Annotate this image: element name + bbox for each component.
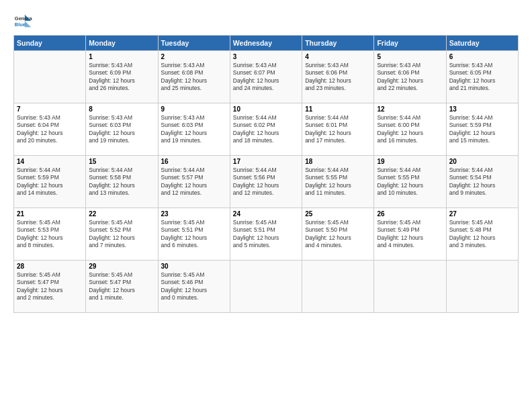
cell-content: Sunrise: 5:43 AM Sunset: 6:07 PM Dayligh… bbox=[233, 62, 299, 93]
cell-5-1: 28Sunrise: 5:45 AM Sunset: 5:47 PM Dayli… bbox=[14, 261, 86, 313]
logo-icon: General Blue bbox=[13, 12, 32, 31]
cell-content: Sunrise: 5:45 AM Sunset: 5:50 PM Dayligh… bbox=[305, 219, 371, 250]
col-header-saturday: Saturday bbox=[446, 36, 518, 51]
day-number: 13 bbox=[449, 105, 515, 113]
week-row-1: 1Sunrise: 5:43 AM Sunset: 6:09 PM Daylig… bbox=[14, 51, 519, 103]
col-header-sunday: Sunday bbox=[14, 36, 86, 51]
cell-content: Sunrise: 5:43 AM Sunset: 6:09 PM Dayligh… bbox=[89, 62, 154, 93]
day-number: 22 bbox=[89, 210, 154, 218]
week-row-3: 14Sunrise: 5:44 AM Sunset: 5:59 PM Dayli… bbox=[14, 156, 519, 208]
col-header-wednesday: Wednesday bbox=[230, 36, 302, 51]
day-number: 21 bbox=[17, 210, 83, 218]
logo: General Blue bbox=[13, 12, 32, 31]
day-number: 27 bbox=[449, 210, 515, 218]
cell-5-3: 30Sunrise: 5:45 AM Sunset: 5:46 PM Dayli… bbox=[158, 261, 230, 313]
day-number: 25 bbox=[305, 210, 371, 218]
page: General Blue SundayMondayTuesdayWednesda… bbox=[0, 0, 532, 411]
cell-content: Sunrise: 5:44 AM Sunset: 5:55 PM Dayligh… bbox=[377, 167, 443, 197]
cell-content: Sunrise: 5:43 AM Sunset: 6:03 PM Dayligh… bbox=[161, 114, 227, 145]
cell-3-1: 14Sunrise: 5:44 AM Sunset: 5:59 PM Dayli… bbox=[14, 156, 86, 208]
cell-content: Sunrise: 5:44 AM Sunset: 5:59 PM Dayligh… bbox=[17, 167, 83, 197]
cell-content: Sunrise: 5:44 AM Sunset: 6:02 PM Dayligh… bbox=[233, 114, 299, 145]
cell-content: Sunrise: 5:45 AM Sunset: 5:52 PM Dayligh… bbox=[89, 219, 154, 250]
day-number: 18 bbox=[305, 158, 371, 165]
cell-4-5: 25Sunrise: 5:45 AM Sunset: 5:50 PM Dayli… bbox=[302, 208, 374, 261]
cell-content: Sunrise: 5:45 AM Sunset: 5:48 PM Dayligh… bbox=[449, 219, 515, 250]
day-number: 29 bbox=[89, 263, 154, 270]
cell-4-4: 24Sunrise: 5:45 AM Sunset: 5:51 PM Dayli… bbox=[230, 208, 302, 261]
cell-content: Sunrise: 5:43 AM Sunset: 6:03 PM Dayligh… bbox=[89, 114, 154, 145]
cell-1-5: 4Sunrise: 5:43 AM Sunset: 6:06 PM Daylig… bbox=[302, 51, 374, 103]
calendar-table: SundayMondayTuesdayWednesdayThursdayFrid… bbox=[13, 35, 519, 313]
day-number: 28 bbox=[17, 263, 83, 270]
cell-content: Sunrise: 5:43 AM Sunset: 6:04 PM Dayligh… bbox=[17, 114, 83, 145]
day-number: 5 bbox=[377, 53, 443, 60]
cell-1-2: 1Sunrise: 5:43 AM Sunset: 6:09 PM Daylig… bbox=[86, 51, 158, 103]
cell-2-6: 12Sunrise: 5:44 AM Sunset: 6:00 PM Dayli… bbox=[374, 103, 446, 156]
svg-text:Blue: Blue bbox=[15, 21, 26, 28]
day-number: 19 bbox=[377, 158, 443, 165]
week-row-2: 7Sunrise: 5:43 AM Sunset: 6:04 PM Daylig… bbox=[14, 103, 519, 156]
cell-4-7: 27Sunrise: 5:45 AM Sunset: 5:48 PM Dayli… bbox=[446, 208, 518, 261]
cell-3-7: 20Sunrise: 5:44 AM Sunset: 5:54 PM Dayli… bbox=[446, 156, 518, 208]
cell-content: Sunrise: 5:45 AM Sunset: 5:51 PM Dayligh… bbox=[161, 219, 227, 250]
week-row-5: 28Sunrise: 5:45 AM Sunset: 5:47 PM Dayli… bbox=[14, 261, 519, 313]
day-number: 12 bbox=[377, 105, 443, 113]
cell-content: Sunrise: 5:44 AM Sunset: 5:55 PM Dayligh… bbox=[305, 167, 371, 197]
svg-text:General: General bbox=[15, 15, 32, 21]
cell-2-5: 11Sunrise: 5:44 AM Sunset: 6:01 PM Dayli… bbox=[302, 103, 374, 156]
cell-5-6 bbox=[374, 261, 446, 313]
cell-1-7: 6Sunrise: 5:43 AM Sunset: 6:05 PM Daylig… bbox=[446, 51, 518, 103]
cell-1-1 bbox=[14, 51, 86, 103]
cell-4-2: 22Sunrise: 5:45 AM Sunset: 5:52 PM Dayli… bbox=[86, 208, 158, 261]
day-number: 14 bbox=[17, 158, 83, 165]
cell-3-2: 15Sunrise: 5:44 AM Sunset: 5:58 PM Dayli… bbox=[86, 156, 158, 208]
cell-content: Sunrise: 5:45 AM Sunset: 5:46 PM Dayligh… bbox=[161, 271, 227, 302]
cell-4-1: 21Sunrise: 5:45 AM Sunset: 5:53 PM Dayli… bbox=[14, 208, 86, 261]
cell-content: Sunrise: 5:45 AM Sunset: 5:49 PM Dayligh… bbox=[377, 219, 443, 250]
cell-1-4: 3Sunrise: 5:43 AM Sunset: 6:07 PM Daylig… bbox=[230, 51, 302, 103]
cell-content: Sunrise: 5:44 AM Sunset: 6:01 PM Dayligh… bbox=[305, 114, 371, 145]
day-number: 11 bbox=[305, 105, 371, 113]
cell-content: Sunrise: 5:44 AM Sunset: 5:57 PM Dayligh… bbox=[161, 167, 227, 197]
cell-3-5: 18Sunrise: 5:44 AM Sunset: 5:55 PM Dayli… bbox=[302, 156, 374, 208]
day-number: 2 bbox=[161, 53, 227, 60]
cell-content: Sunrise: 5:44 AM Sunset: 5:56 PM Dayligh… bbox=[233, 167, 299, 197]
day-number: 26 bbox=[377, 210, 443, 218]
day-number: 23 bbox=[161, 210, 227, 218]
col-header-friday: Friday bbox=[374, 36, 446, 51]
day-number: 15 bbox=[89, 158, 154, 165]
day-number: 24 bbox=[233, 210, 299, 218]
day-number: 30 bbox=[161, 263, 227, 270]
cell-content: Sunrise: 5:45 AM Sunset: 5:47 PM Dayligh… bbox=[17, 271, 83, 302]
cell-content: Sunrise: 5:44 AM Sunset: 5:58 PM Dayligh… bbox=[89, 167, 154, 197]
day-number: 17 bbox=[233, 158, 299, 165]
week-row-4: 21Sunrise: 5:45 AM Sunset: 5:53 PM Dayli… bbox=[14, 208, 519, 261]
day-number: 16 bbox=[161, 158, 227, 165]
header: General Blue bbox=[13, 12, 519, 31]
cell-2-3: 9Sunrise: 5:43 AM Sunset: 6:03 PM Daylig… bbox=[158, 103, 230, 156]
cell-content: Sunrise: 5:43 AM Sunset: 6:06 PM Dayligh… bbox=[377, 62, 443, 93]
header-row: SundayMondayTuesdayWednesdayThursdayFrid… bbox=[14, 36, 519, 51]
cell-3-3: 16Sunrise: 5:44 AM Sunset: 5:57 PM Dayli… bbox=[158, 156, 230, 208]
cell-5-2: 29Sunrise: 5:45 AM Sunset: 5:47 PM Dayli… bbox=[86, 261, 158, 313]
col-header-monday: Monday bbox=[86, 36, 158, 51]
cell-content: Sunrise: 5:44 AM Sunset: 6:00 PM Dayligh… bbox=[377, 114, 443, 145]
day-number: 7 bbox=[17, 105, 83, 113]
cell-1-6: 5Sunrise: 5:43 AM Sunset: 6:06 PM Daylig… bbox=[374, 51, 446, 103]
cell-1-3: 2Sunrise: 5:43 AM Sunset: 6:08 PM Daylig… bbox=[158, 51, 230, 103]
col-header-thursday: Thursday bbox=[302, 36, 374, 51]
cell-content: Sunrise: 5:44 AM Sunset: 5:54 PM Dayligh… bbox=[449, 167, 515, 197]
day-number: 20 bbox=[449, 158, 515, 165]
day-number: 9 bbox=[161, 105, 227, 113]
day-number: 8 bbox=[89, 105, 154, 113]
col-header-tuesday: Tuesday bbox=[158, 36, 230, 51]
cell-content: Sunrise: 5:45 AM Sunset: 5:53 PM Dayligh… bbox=[17, 219, 83, 250]
cell-content: Sunrise: 5:45 AM Sunset: 5:47 PM Dayligh… bbox=[89, 271, 154, 302]
cell-content: Sunrise: 5:43 AM Sunset: 6:08 PM Dayligh… bbox=[161, 62, 227, 93]
day-number: 6 bbox=[449, 53, 515, 60]
cell-4-3: 23Sunrise: 5:45 AM Sunset: 5:51 PM Dayli… bbox=[158, 208, 230, 261]
cell-content: Sunrise: 5:43 AM Sunset: 6:06 PM Dayligh… bbox=[305, 62, 371, 93]
cell-3-6: 19Sunrise: 5:44 AM Sunset: 5:55 PM Dayli… bbox=[374, 156, 446, 208]
day-number: 4 bbox=[305, 53, 371, 60]
